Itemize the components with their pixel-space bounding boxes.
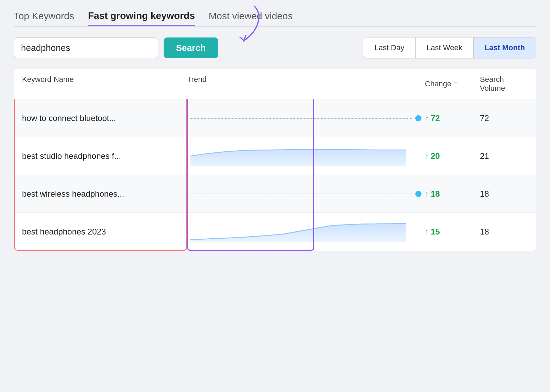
trend-area-chart	[190, 144, 421, 168]
change-cell: ↑ 72	[425, 113, 480, 123]
volume-cell: 18	[480, 189, 528, 199]
volume-cell: 21	[480, 151, 528, 161]
search-row: Search Last Day Last Week Last Month	[14, 37, 536, 58]
change-value: 18	[431, 189, 440, 199]
table-row: best studio headphones f... ↑ 20 21	[14, 137, 536, 175]
table-row: best headphones 2023 ↑ 15 18	[14, 213, 536, 251]
col-change: Change ≡	[425, 75, 480, 93]
trend-area-chart	[190, 220, 421, 244]
table-row: how to connect bluetoot... ↑ 72 72	[14, 99, 536, 137]
col-keyword-name: Keyword Name	[22, 75, 187, 93]
time-btn-last-day[interactable]: Last Day	[363, 37, 416, 58]
volume-cell: 18	[480, 227, 528, 237]
keyword-text: best headphones 2023	[22, 227, 187, 237]
search-input[interactable]	[14, 37, 158, 58]
time-btn-last-week[interactable]: Last Week	[416, 37, 474, 58]
tab-bar: Top Keywords Fast growing keywords Most …	[14, 10, 536, 26]
up-arrow-icon: ↑	[425, 227, 429, 236]
change-value: 20	[431, 151, 440, 161]
keyword-text: how to connect bluetoot...	[22, 113, 187, 123]
trend-cell	[187, 111, 425, 125]
change-value: 15	[431, 227, 440, 237]
keyword-text: best wireless headphones...	[22, 189, 187, 199]
arrow-annotation	[227, 3, 272, 51]
trend-dashed	[190, 111, 421, 125]
tab-fast-growing[interactable]: Fast growing keywords	[88, 10, 195, 26]
table-row: best wireless headphones... ↑ 18 18	[14, 175, 536, 213]
trend-end-dot	[415, 191, 421, 197]
keywords-table: Keyword Name Trend Change ≡ Search Volum…	[14, 69, 536, 251]
trend-cell	[187, 187, 425, 201]
time-btn-last-month[interactable]: Last Month	[474, 37, 536, 58]
tab-top-keywords[interactable]: Top Keywords	[14, 11, 74, 26]
change-cell: ↑ 15	[425, 227, 480, 237]
time-filters: Last Day Last Week Last Month	[363, 37, 536, 58]
trend-end-dot	[415, 115, 421, 121]
up-arrow-icon: ↑	[425, 189, 429, 198]
change-cell: ↑ 20	[425, 151, 480, 161]
volume-cell: 72	[480, 113, 528, 123]
trend-cell	[187, 220, 425, 244]
dashed-line	[190, 118, 412, 119]
col-trend: Trend	[187, 75, 425, 93]
filter-icon[interactable]: ≡	[454, 80, 458, 88]
trend-cell	[187, 144, 425, 168]
up-arrow-icon: ↑	[425, 114, 429, 123]
table-header: Keyword Name Trend Change ≡ Search Volum…	[14, 69, 536, 99]
keyword-text: best studio headphones f...	[22, 151, 187, 161]
dashed-line	[190, 194, 412, 194]
search-button[interactable]: Search	[164, 37, 218, 58]
col-search-volume: Search Volume	[480, 75, 528, 93]
tab-divider	[14, 26, 536, 27]
trend-dashed	[190, 187, 421, 201]
change-value: 72	[431, 113, 440, 123]
change-cell: ↑ 18	[425, 189, 480, 199]
up-arrow-icon: ↑	[425, 152, 429, 161]
